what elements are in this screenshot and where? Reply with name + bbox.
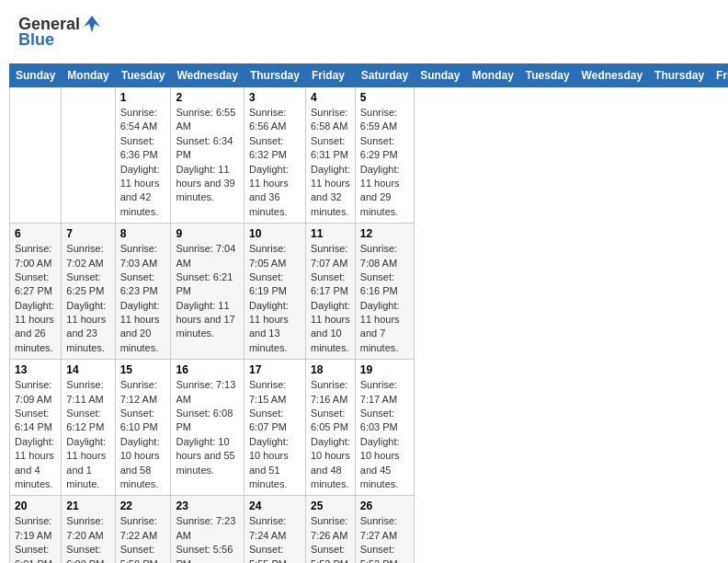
calendar-cell: 2Sunrise: 6:55 AMSunset: 6:34 PMDaylight… (171, 87, 244, 224)
day-number: 23 (176, 500, 238, 512)
day-number: 22 (120, 500, 166, 512)
day-info: Sunrise: 7:04 AMSunset: 6:21 PMDaylight:… (176, 243, 235, 339)
calendar-week-2: 13Sunrise: 7:09 AMSunset: 6:14 PMDayligh… (10, 360, 729, 496)
calendar-cell: 6Sunrise: 7:00 AMSunset: 6:27 PMDaylight… (10, 224, 62, 360)
calendar-header-row: SundayMondayTuesdayWednesdayThursdayFrid… (10, 64, 729, 87)
day-number: 24 (249, 500, 301, 512)
day-number: 19 (360, 363, 409, 376)
calendar-week-0: 1Sunrise: 6:54 AMSunset: 6:36 PMDaylight… (10, 87, 729, 224)
header-day-tuesday: Tuesday (519, 64, 575, 87)
day-number: 13 (15, 363, 56, 376)
calendar-cell: 21Sunrise: 7:20 AMSunset: 6:00 PMDayligh… (62, 496, 115, 563)
header-day-friday: Friday (711, 64, 728, 87)
day-info: Sunrise: 7:23 AMSunset: 5:56 PMDaylight:… (176, 515, 235, 563)
calendar-cell: 7Sunrise: 7:02 AMSunset: 6:25 PMDaylight… (62, 224, 115, 360)
calendar-cell: 19Sunrise: 7:17 AMSunset: 6:03 PMDayligh… (355, 360, 414, 496)
calendar-cell: 16Sunrise: 7:13 AMSunset: 6:08 PMDayligh… (171, 360, 244, 496)
day-info: Sunrise: 6:59 AMSunset: 6:29 PMDaylight:… (360, 107, 400, 217)
day-number: 8 (120, 227, 166, 240)
calendar-cell: 24Sunrise: 7:24 AMSunset: 5:55 PMDayligh… (244, 496, 305, 563)
calendar-cell: 1Sunrise: 6:54 AMSunset: 6:36 PMDaylight… (115, 87, 171, 224)
day-info: Sunrise: 7:24 AMSunset: 5:55 PMDaylight:… (249, 515, 289, 563)
calendar-cell: 22Sunrise: 7:22 AMSunset: 5:58 PMDayligh… (115, 496, 171, 563)
day-number: 12 (360, 227, 409, 240)
day-info: Sunrise: 7:09 AMSunset: 6:14 PMDaylight:… (15, 379, 54, 489)
day-info: Sunrise: 7:03 AMSunset: 6:23 PMDaylight:… (120, 243, 160, 353)
day-number: 5 (360, 91, 409, 104)
header-day-thursday: Thursday (649, 64, 711, 87)
day-info: Sunrise: 7:05 AMSunset: 6:19 PMDaylight:… (249, 243, 289, 353)
day-number: 20 (15, 500, 56, 512)
day-info: Sunrise: 7:19 AMSunset: 6:01 PMDaylight:… (15, 515, 54, 563)
day-number: 11 (311, 227, 350, 240)
day-info: Sunrise: 7:27 AMSunset: 5:52 PMDaylight:… (360, 515, 400, 563)
day-info: Sunrise: 7:13 AMSunset: 6:08 PMDaylight:… (176, 379, 235, 475)
day-number: 14 (66, 363, 109, 376)
calendar-cell: 25Sunrise: 7:26 AMSunset: 5:53 PMDayligh… (305, 496, 355, 563)
day-number: 21 (66, 500, 109, 512)
calendar-cell: 14Sunrise: 7:11 AMSunset: 6:12 PMDayligh… (62, 360, 115, 496)
calendar-cell: 12Sunrise: 7:08 AMSunset: 6:16 PMDayligh… (355, 224, 414, 360)
day-number: 25 (311, 500, 350, 512)
day-info: Sunrise: 7:00 AMSunset: 6:27 PMDaylight:… (15, 243, 54, 353)
day-info: Sunrise: 7:17 AMSunset: 6:03 PMDaylight:… (360, 379, 400, 489)
day-number: 10 (249, 227, 301, 240)
calendar-cell: 8Sunrise: 7:03 AMSunset: 6:23 PMDaylight… (115, 224, 171, 360)
day-number: 16 (176, 363, 238, 376)
day-info: Sunrise: 7:08 AMSunset: 6:16 PMDaylight:… (360, 243, 400, 353)
calendar-cell: 13Sunrise: 7:09 AMSunset: 6:14 PMDayligh… (10, 360, 62, 496)
day-info: Sunrise: 6:56 AMSunset: 6:32 PMDaylight:… (249, 107, 289, 217)
day-info: Sunrise: 6:58 AMSunset: 6:31 PMDaylight:… (311, 107, 350, 217)
header-wednesday: Wednesday (171, 64, 244, 87)
day-number: 17 (249, 363, 301, 376)
header-monday: Monday (62, 64, 115, 87)
day-info: Sunrise: 6:55 AMSunset: 6:34 PMDaylight:… (176, 107, 235, 202)
day-number: 26 (360, 500, 409, 512)
logo: General Blue (18, 14, 102, 50)
calendar-cell: 20Sunrise: 7:19 AMSunset: 6:01 PMDayligh… (10, 496, 62, 563)
day-info: Sunrise: 7:22 AMSunset: 5:58 PMDaylight:… (120, 515, 160, 563)
calendar-cell (10, 87, 62, 224)
calendar-cell: 3Sunrise: 6:56 AMSunset: 6:32 PMDaylight… (244, 87, 305, 224)
day-number: 15 (120, 363, 166, 376)
day-number: 18 (311, 363, 350, 376)
day-info: Sunrise: 7:02 AMSunset: 6:25 PMDaylight:… (66, 243, 106, 353)
day-info: Sunrise: 6:54 AMSunset: 6:36 PMDaylight:… (120, 107, 160, 217)
calendar-cell: 9Sunrise: 7:04 AMSunset: 6:21 PMDaylight… (171, 224, 244, 360)
calendar-cell: 11Sunrise: 7:07 AMSunset: 6:17 PMDayligh… (305, 224, 355, 360)
header-thursday: Thursday (244, 64, 305, 87)
logo-bird-icon (82, 14, 102, 34)
calendar-cell: 18Sunrise: 7:16 AMSunset: 6:05 PMDayligh… (305, 360, 355, 496)
calendar-week-1: 6Sunrise: 7:00 AMSunset: 6:27 PMDaylight… (10, 224, 729, 360)
day-number: 6 (15, 227, 56, 240)
calendar-cell: 10Sunrise: 7:05 AMSunset: 6:19 PMDayligh… (244, 224, 305, 360)
day-info: Sunrise: 7:20 AMSunset: 6:00 PMDaylight:… (66, 515, 106, 563)
page-header: General Blue (9, 9, 719, 54)
header-tuesday: Tuesday (115, 64, 171, 87)
day-number: 9 (176, 227, 238, 240)
calendar-cell: 5Sunrise: 6:59 AMSunset: 6:29 PMDaylight… (355, 87, 414, 224)
day-info: Sunrise: 7:26 AMSunset: 5:53 PMDaylight:… (311, 515, 350, 563)
day-info: Sunrise: 7:12 AMSunset: 6:10 PMDaylight:… (120, 379, 160, 489)
header-friday: Friday (305, 64, 355, 87)
day-info: Sunrise: 7:11 AMSunset: 6:12 PMDaylight:… (66, 379, 106, 489)
day-number: 7 (66, 227, 109, 240)
header-sunday: Sunday (10, 64, 62, 87)
day-info: Sunrise: 7:16 AMSunset: 6:05 PMDaylight:… (311, 379, 350, 489)
day-info: Sunrise: 7:15 AMSunset: 6:07 PMDaylight:… (249, 379, 289, 489)
header-day-monday: Monday (466, 64, 519, 87)
day-number: 3 (249, 91, 301, 104)
calendar-cell (62, 87, 115, 224)
calendar-cell: 26Sunrise: 7:27 AMSunset: 5:52 PMDayligh… (355, 496, 414, 563)
day-number: 2 (176, 91, 238, 104)
calendar-cell: 15Sunrise: 7:12 AMSunset: 6:10 PMDayligh… (115, 360, 171, 496)
header-saturday: Saturday (355, 64, 414, 87)
calendar-cell: 4Sunrise: 6:58 AMSunset: 6:31 PMDaylight… (305, 87, 355, 224)
day-number: 1 (120, 91, 166, 104)
calendar-week-3: 20Sunrise: 7:19 AMSunset: 6:01 PMDayligh… (10, 496, 729, 563)
calendar-table: SundayMondayTuesdayWednesdayThursdayFrid… (9, 63, 728, 563)
svg-marker-0 (84, 16, 100, 32)
header-day-wednesday: Wednesday (575, 64, 648, 87)
day-info: Sunrise: 7:07 AMSunset: 6:17 PMDaylight:… (311, 243, 350, 353)
header-day-sunday: Sunday (415, 64, 466, 87)
